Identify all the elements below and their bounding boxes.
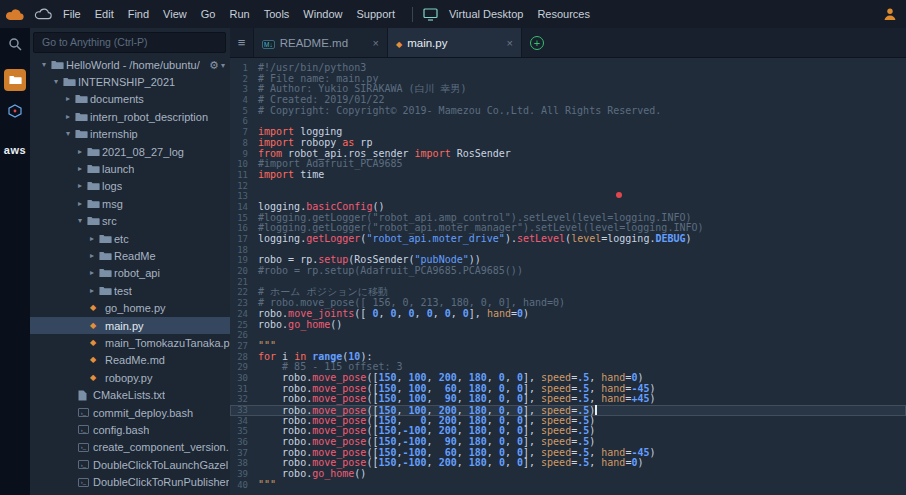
menu-virtual-desktop[interactable]: Virtual Desktop xyxy=(442,8,530,20)
tree-item-label: ReadMe xyxy=(114,250,156,262)
code-line[interactable]: 10#import Adafruit_PCA9685 xyxy=(230,159,906,170)
menu-window[interactable]: Window xyxy=(296,8,349,20)
tab-main-py[interactable]: ◆main.py× xyxy=(388,28,522,57)
user-icon[interactable] xyxy=(882,6,898,22)
tree-item-doubleclicktorunpublisher[interactable]: ›_DoubleClickToRunPublisher xyxy=(30,473,230,490)
tree-item-commit-deploy-bash[interactable]: ›_commit_deploy.bash xyxy=(30,404,230,421)
tree-item-main-tomokazutanaka-p[interactable]: ◆main_TomokazuTanaka.p xyxy=(30,334,230,351)
code-line[interactable]: 12 xyxy=(230,181,906,192)
file-tree-panel: ▾HelloWorld - /home/ubuntu/▾INTERNSHIP_2… xyxy=(30,28,230,495)
caret-closed-icon[interactable]: ▸ xyxy=(78,165,87,173)
code-line[interactable]: 17logging.getLogger("robot_api.moter_dri… xyxy=(230,234,906,245)
tree-item-main-py[interactable]: ◆main.py xyxy=(30,317,230,334)
caret-open-icon[interactable]: ▾ xyxy=(54,78,63,86)
code-line[interactable]: 40""" xyxy=(230,480,906,491)
tree-item-helloworld-home-ubuntu[interactable]: ▾HelloWorld - /home/ubuntu/ xyxy=(30,56,230,73)
tree-item-label: src xyxy=(102,215,117,227)
cloud-icon xyxy=(30,8,56,20)
tree-item-internship[interactable]: ▾internship xyxy=(30,126,230,143)
search-icon[interactable] xyxy=(8,37,22,51)
tree-item-robopy-py[interactable]: ◆robopy.py xyxy=(30,369,230,386)
line-number: 1 xyxy=(230,63,258,74)
activity-rail: aws xyxy=(0,28,30,495)
line-number: 24 xyxy=(230,309,258,320)
aws-toolkit-icon[interactable] xyxy=(8,104,22,118)
code-editor[interactable]: 1#!/usr/bin/python32# File name: main.py… xyxy=(230,58,906,495)
code-text: import time xyxy=(258,170,324,181)
tree-item-msg[interactable]: ▸msg xyxy=(30,195,230,212)
tab-readme-md[interactable]: M↓README.md× xyxy=(254,28,388,57)
caret-closed-icon[interactable]: ▸ xyxy=(90,235,99,243)
caret-closed-icon[interactable]: ▸ xyxy=(66,113,75,121)
chevron-down-icon: ▾ xyxy=(221,61,225,70)
caret-closed-icon[interactable]: ▸ xyxy=(90,287,99,295)
caret-closed-icon[interactable]: ▸ xyxy=(78,200,87,208)
caret-open-icon[interactable]: ▾ xyxy=(78,217,87,225)
menu-view[interactable]: View xyxy=(156,8,194,20)
new-tab-button[interactable]: + xyxy=(522,28,552,57)
caret-closed-icon[interactable]: ▸ xyxy=(90,269,99,277)
line-number: 35 xyxy=(230,426,258,437)
tree-item-etc[interactable]: ▸etc xyxy=(30,230,230,247)
code-line[interactable]: 26 xyxy=(230,330,906,341)
tree-item-readme[interactable]: ▸ReadMe xyxy=(30,247,230,264)
line-number: 39 xyxy=(230,469,258,480)
tree-item-readme-md[interactable]: ◆ReadMe.md xyxy=(30,352,230,369)
tree-item-cmakelists-txt[interactable]: CMakeLists.txt xyxy=(30,386,230,403)
tree-settings-gear[interactable]: ⚙ ▾ xyxy=(209,59,225,72)
menu-go[interactable]: Go xyxy=(194,8,223,20)
code-line[interactable]: 5# Copyright: Copyright© 2019- Mamezou C… xyxy=(230,106,906,117)
cloud9-logo-icon[interactable] xyxy=(0,8,30,21)
bash-icon: ›_ xyxy=(78,408,93,417)
tree-item-robot-api[interactable]: ▸robot_api xyxy=(30,265,230,282)
tree-item-2021-08-27-log[interactable]: ▸2021_08_27_log xyxy=(30,143,230,160)
code-line[interactable]: 32 robo.move_pose([150, 100, 90, 180, 0,… xyxy=(230,394,906,405)
code-line[interactable]: 25robo.go_home() xyxy=(230,320,906,331)
python-icon: ◆ xyxy=(90,356,105,364)
menu-find[interactable]: Find xyxy=(121,8,156,20)
tree-item-documents[interactable]: ▸documents xyxy=(30,91,230,108)
tree-item-go-home-py[interactable]: ◆go_home.py xyxy=(30,299,230,316)
code-line[interactable]: 39 robo.go_home() xyxy=(230,469,906,480)
tree-item-label: robopy.py xyxy=(105,372,153,384)
tree-item-internship-2021[interactable]: ▾INTERNSHIP_2021 xyxy=(30,73,230,90)
tree-item-logs[interactable]: ▸logs xyxy=(30,178,230,195)
tree-item-create-component-version[interactable]: ›_create_component_version. xyxy=(30,439,230,456)
tab-list-icon[interactable]: ≡ xyxy=(230,28,254,57)
caret-open-icon[interactable]: ▾ xyxy=(66,130,75,138)
tree-item-label: logs xyxy=(102,180,122,192)
menu-tools[interactable]: Tools xyxy=(257,8,297,20)
tree-item-test[interactable]: ▸test xyxy=(30,282,230,299)
tab-close-icon[interactable]: × xyxy=(507,37,513,49)
menu-edit[interactable]: Edit xyxy=(88,8,121,20)
caret-closed-icon[interactable]: ▸ xyxy=(78,148,87,156)
caret-closed-icon[interactable]: ▸ xyxy=(90,252,99,260)
line-number: 23 xyxy=(230,298,258,309)
files-panel-icon[interactable] xyxy=(4,69,26,91)
code-line[interactable]: 11import time xyxy=(230,170,906,181)
tree-item-label: msg xyxy=(102,198,123,210)
tree-item-src[interactable]: ▾src xyxy=(30,213,230,230)
caret-open-icon[interactable]: ▾ xyxy=(42,61,51,69)
tab-bar: ≡ M↓README.md×◆main.py× + xyxy=(230,28,906,58)
caret-closed-icon[interactable]: ▸ xyxy=(78,182,87,190)
tree-item-config-bash[interactable]: ›_config.bash xyxy=(30,421,230,438)
folder-icon xyxy=(87,147,102,157)
tree-item-intern-robot-description[interactable]: ▸intern_robot_description xyxy=(30,108,230,125)
line-number: 7 xyxy=(230,127,258,138)
caret-closed-icon[interactable]: ▸ xyxy=(66,95,75,103)
tab-close-icon[interactable]: × xyxy=(373,37,379,49)
cloud9-ide: FileEditFindViewGoRunToolsWindowSupport … xyxy=(0,0,906,495)
tree-item-launch[interactable]: ▸launch xyxy=(30,160,230,177)
code-line[interactable]: 20#robo = rp.setup(Adafruit_PCA9685.PCA9… xyxy=(230,266,906,277)
menu-file[interactable]: File xyxy=(56,8,88,20)
line-number: 29 xyxy=(230,362,258,373)
menu-resources[interactable]: Resources xyxy=(530,8,597,20)
python-file-icon: ◆ xyxy=(396,37,402,49)
line-number: 17 xyxy=(230,234,258,245)
goto-anything-input[interactable] xyxy=(33,32,226,53)
menu-run[interactable]: Run xyxy=(222,8,256,20)
tree-item-doubleclicktolaunchgazel[interactable]: ›_DoubleClickToLaunchGazel xyxy=(30,456,230,473)
python-icon: ◆ xyxy=(90,322,105,330)
menu-support[interactable]: Support xyxy=(349,8,402,20)
